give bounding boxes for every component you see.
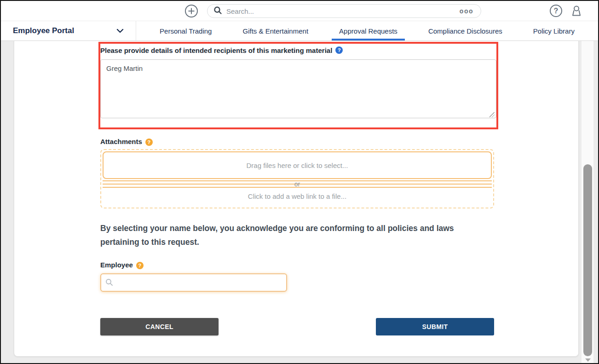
employee-search-input[interactable]: [100, 273, 287, 292]
vertical-scrollbar[interactable]: [581, 41, 593, 363]
tab-policy-library[interactable]: Policy Library: [526, 21, 582, 40]
portal-selector[interactable]: Employee Portal: [1, 21, 136, 40]
active-tab-underline: [332, 39, 405, 40]
user-profile-icon[interactable]: [570, 4, 583, 18]
attachments-dropzone: Drag files here or click to select... or…: [100, 149, 494, 208]
employee-help-icon[interactable]: ?: [136, 262, 144, 269]
tab-label: Policy Library: [533, 27, 575, 35]
attachments-label: Attachments: [100, 138, 142, 145]
search-icon: [213, 6, 222, 17]
search-options-icon[interactable]: ooo: [460, 7, 473, 15]
attachments-help-icon[interactable]: ?: [145, 139, 153, 146]
highlighted-question-section: Please provide details of intended recip…: [98, 42, 498, 129]
form-card: Please provide details of intended recip…: [14, 41, 579, 357]
file-drop-area[interactable]: Drag files here or click to select...: [103, 151, 492, 179]
tab-compliance-disclosures[interactable]: Compliance Disclosures: [421, 21, 510, 40]
chevron-down-icon: [116, 29, 124, 33]
employee-label: Employee: [100, 261, 133, 269]
acknowledgment-text: By selecting your name below, you acknow…: [100, 221, 494, 249]
employee-search-icon: [105, 278, 113, 288]
content-area: Please provide details of intended recip…: [1, 41, 598, 363]
tab-label: Approval Requests: [339, 27, 397, 35]
global-search-input[interactable]: Search... ooo: [207, 4, 481, 18]
plus-circle-icon: [184, 12, 198, 19]
portal-selector-label: Employee Portal: [13, 26, 116, 35]
app-window: Search... ooo ? Employee Portal Personal…: [0, 0, 599, 364]
add-web-link-button[interactable]: Click to add a web link to a file...: [103, 189, 492, 206]
help-icon[interactable]: ?: [550, 5, 562, 17]
tab-gifts-entertainment[interactable]: Gifts & Entertainment: [236, 21, 316, 40]
recipients-textarea[interactable]: Greg Martin: [100, 59, 496, 118]
tab-label: Gifts & Entertainment: [243, 27, 309, 35]
top-bar: Search... ooo ?: [1, 1, 598, 21]
cancel-button[interactable]: CANCEL: [100, 318, 219, 335]
recipients-question-label: Please provide details of intended recip…: [100, 46, 332, 56]
tab-label: Compliance Disclosures: [428, 27, 502, 35]
scrollbar-thumb[interactable]: [583, 164, 592, 356]
tab-label: Personal Trading: [160, 27, 212, 35]
tab-personal-trading[interactable]: Personal Trading: [152, 21, 219, 40]
search-placeholder: Search...: [226, 7, 460, 15]
field-help-icon[interactable]: ?: [335, 46, 343, 54]
or-divider: or: [103, 180, 492, 188]
nav-bar: Employee Portal Personal Trading Gifts &…: [1, 21, 598, 41]
scroll-down-arrow-icon[interactable]: [585, 358, 591, 362]
add-button[interactable]: [184, 4, 198, 18]
resize-grip-icon[interactable]: [490, 112, 495, 117]
tab-approval-requests[interactable]: Approval Requests: [332, 21, 405, 40]
submit-button[interactable]: SUBMIT: [376, 318, 494, 335]
nav-tabs: Personal Trading Gifts & Entertainment A…: [136, 21, 598, 40]
or-divider-label: or: [293, 181, 302, 187]
